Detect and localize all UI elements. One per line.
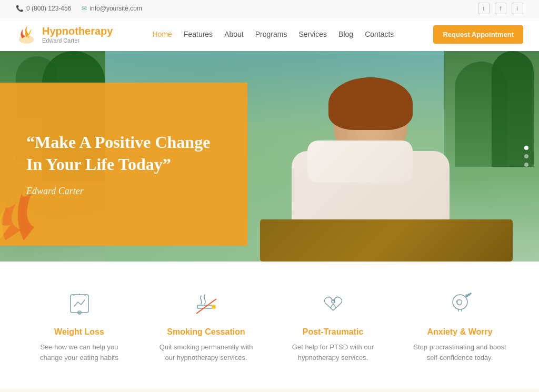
weight-loss-title: Weight Loss <box>26 327 132 337</box>
smoking-cessation-title: Smoking Cessation <box>153 327 259 337</box>
main-nav: Home Features About Programs Services Bl… <box>153 30 394 38</box>
post-traumatic-title: Post-Traumatic <box>280 327 386 337</box>
post-traumatic-desc: Get help for PTSD with our hypnotherapy … <box>286 342 381 363</box>
header: Hypnotherapy Edward Carter Home Features… <box>0 17 539 51</box>
nav-programs[interactable]: Programs <box>255 30 287 38</box>
svg-point-11 <box>453 295 467 309</box>
brand-name: Hypnotherapy <box>42 25 113 37</box>
svg-point-15 <box>468 294 470 296</box>
service-smoking-cessation: Smoking Cessation Quit smoking permanent… <box>143 288 270 363</box>
svg-point-14 <box>466 295 468 297</box>
request-appointment-button[interactable]: Request Appointment <box>433 25 523 44</box>
email-icon: ✉ <box>82 5 87 12</box>
top-bar: 📞 0 (800) 123-456 ✉ info@yoursite.com t … <box>0 0 539 17</box>
phone-number: 0 (800) 123-456 <box>26 5 71 12</box>
nav-about[interactable]: About <box>224 30 244 38</box>
svg-point-16 <box>470 293 471 294</box>
weight-loss-icon <box>64 288 95 319</box>
hello-section: Hello! I'm Edward <box>0 389 539 392</box>
slide-dots <box>524 146 528 167</box>
anxiety-worry-icon <box>444 288 476 319</box>
nav-contacts[interactable]: Contacts <box>365 30 394 38</box>
anxiety-worry-title: Anxiety & Worry <box>407 327 513 337</box>
logo-icon <box>16 24 37 45</box>
hero-image <box>260 67 513 262</box>
nav-features[interactable]: Features <box>184 30 213 38</box>
slide-dot-1[interactable] <box>524 146 528 150</box>
svg-rect-8 <box>212 305 215 308</box>
nav-blog[interactable]: Blog <box>338 30 353 38</box>
weight-loss-desc: See how we can help you change your eati… <box>32 342 127 363</box>
facebook-icon[interactable]: f <box>495 3 506 14</box>
hero-section: “Make A Positive Change In Your Life Tod… <box>0 51 539 262</box>
slide-dot-3[interactable] <box>524 163 528 167</box>
post-traumatic-icon <box>317 288 349 319</box>
flame-decoration <box>0 146 63 251</box>
brand-tagline: Edward Carter <box>42 37 113 44</box>
nav-services[interactable]: Services <box>298 30 327 38</box>
slide-dot-2[interactable] <box>524 154 528 158</box>
email-address: info@yoursite.com <box>89 5 142 12</box>
phone-contact: 📞 0 (800) 123-456 <box>16 5 71 12</box>
phone-icon: 📞 <box>16 5 24 12</box>
smoking-cessation-icon <box>191 288 222 319</box>
services-section: Weight Loss See how we can help you chan… <box>0 262 539 389</box>
twitter-icon[interactable]: t <box>478 3 490 14</box>
anxiety-worry-desc: Stop procrastinating and boost self-conf… <box>413 342 507 363</box>
hero-quote-overlay: “Make A Positive Change In Your Life Tod… <box>0 83 247 246</box>
logo-text: Hypnotherapy Edward Carter <box>42 25 113 44</box>
instagram-icon[interactable]: i <box>512 3 523 14</box>
nav-home[interactable]: Home <box>153 30 172 38</box>
smoking-cessation-desc: Quit smoking permanently with our hypnot… <box>159 342 254 363</box>
service-anxiety-worry: Anxiety & Worry Stop procrastinating and… <box>396 288 523 363</box>
top-bar-contacts: 📞 0 (800) 123-456 ✉ info@yoursite.com <box>16 5 142 12</box>
social-links: t f i <box>478 3 523 14</box>
email-contact: ✉ info@yoursite.com <box>82 5 142 12</box>
service-weight-loss: Weight Loss See how we can help you chan… <box>16 288 143 363</box>
service-post-traumatic: Post-Traumatic Get help for PTSD with ou… <box>270 288 396 363</box>
logo[interactable]: Hypnotherapy Edward Carter <box>16 24 113 45</box>
